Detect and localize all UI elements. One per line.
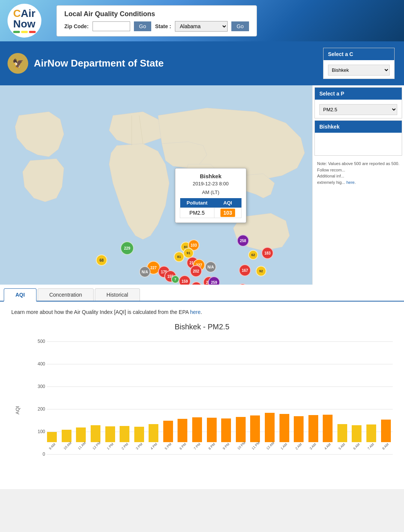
aqi-bubble-b25[interactable]: 158 — [237, 283, 248, 285]
aqi-bubble-b31[interactable]: 183 — [261, 247, 273, 259]
epa-note-text: Learn more about how the Air Quality Ind… — [11, 309, 188, 315]
header: CAirNow Local Air Quality Conditions Zip… — [0, 0, 404, 41]
banner-seal: 🦅 — [8, 53, 28, 74]
bar-rect-16 — [279, 414, 289, 442]
tab-aqi[interactable]: AQI — [4, 288, 36, 302]
bar-rect-10 — [192, 417, 202, 442]
y-tick-300: 300 — [32, 384, 45, 389]
bar-item-17 — [292, 339, 306, 442]
airnow-logo: CAirNow — [8, 4, 41, 38]
sidebar: Select a P PM2.5 PM10 Ozone Bishkek Note… — [312, 85, 404, 285]
main-content: 22968227N/A1751557811038191215227202N/A1… — [0, 85, 404, 285]
pollutant-select[interactable]: PM2.5 PM10 Ozone — [319, 104, 397, 115]
aqi-bubble-b32[interactable]: 258 — [237, 235, 249, 247]
state-select[interactable]: Alabama — [175, 21, 228, 32]
local-aq-row: Zip Code: Go State : Alabama Go — [64, 21, 249, 32]
aqi-bubble-b17[interactable]: 170 — [191, 282, 202, 285]
popup-row-pollutant: PM2.5 — [180, 208, 214, 218]
aqi-bubble-b21[interactable]: 259 — [208, 276, 220, 285]
epa-note: Learn more about how the Air Quality Ind… — [11, 309, 393, 315]
select-pollutant-header: Select a P — [315, 88, 402, 100]
bar-rect-17 — [294, 416, 304, 442]
bar-item-16 — [277, 339, 291, 442]
banner: 🦅 AirNow Department of State Select a C … — [0, 41, 404, 85]
bar-item-18 — [306, 339, 320, 442]
tabs-row: AQI Concentration Historical — [0, 285, 404, 302]
bar-item-4 — [103, 339, 117, 442]
logo-text: CAirNow — [13, 8, 36, 29]
local-aq-box: Local Air Quality Conditions Zip Code: G… — [56, 5, 257, 36]
sidebar-note: Note: Values above 500 are reported as 5… — [313, 158, 404, 188]
aqi-bubble-b4[interactable]: N/A — [139, 266, 150, 277]
bar-rect-12 — [221, 418, 231, 442]
popup-pollutant-header: Pollutant — [180, 198, 214, 208]
bar-item-2 — [74, 339, 88, 442]
bar-rect-7 — [149, 424, 158, 442]
bubbles-container: 22968227N/A1751557811038191215227202N/A1… — [0, 85, 312, 285]
x-labels-row: 9 AM10 AM11 AM12 PM1 PM2 PM3 PM4 PM5 PM6… — [45, 447, 393, 452]
bar-item-7 — [147, 339, 161, 442]
bar-item-22 — [365, 339, 378, 442]
city-select[interactable]: Bishkek Almaty — [328, 65, 390, 76]
bar-rect-14 — [250, 415, 260, 442]
map-container: 22968227N/A1751557811038191215227202N/A1… — [0, 85, 312, 285]
aqi-bubble-b14[interactable]: 202 — [190, 265, 202, 277]
epa-link[interactable]: here — [190, 309, 200, 315]
banner-title: AirNow Department of State — [34, 58, 164, 69]
tab-historical[interactable]: Historical — [95, 288, 140, 301]
popup-datetime: 2019-12-23 8:00 — [180, 181, 241, 186]
bar-rect-18 — [308, 415, 318, 442]
aqi-bubble-b2[interactable]: 68 — [96, 255, 107, 266]
aqi-bubble-b16[interactable]: 159 — [179, 275, 191, 285]
bar-item-20 — [336, 339, 349, 442]
tab-concentration[interactable]: Concentration — [38, 288, 94, 301]
bar-rect-15 — [265, 413, 275, 442]
bar-rect-5 — [120, 426, 129, 442]
popup-table: Pollutant AQI PM2.5 103 — [180, 198, 241, 218]
bar-item-3 — [89, 339, 103, 442]
y-tick-0: 0 — [32, 452, 45, 457]
aqi-bubble-b27[interactable]: 167 — [239, 264, 251, 276]
bars-row — [45, 339, 393, 442]
zip-input[interactable] — [93, 21, 130, 31]
y-tick-500: 500 — [32, 339, 45, 344]
bar-item-12 — [219, 339, 233, 442]
bar-item-10 — [190, 339, 204, 442]
sidebar-link[interactable]: here — [346, 180, 355, 185]
popup-row-aqi: 103 — [214, 208, 241, 218]
bar-rect-3 — [91, 425, 100, 442]
bar-item-13 — [234, 339, 248, 442]
grid-line-0 — [47, 454, 393, 455]
bar-item-11 — [205, 339, 219, 442]
logo-bars — [13, 31, 36, 33]
y-axis-label: AQI — [15, 406, 20, 414]
aqi-bubble-b29[interactable]: 92 — [256, 266, 266, 276]
bar-yellow — [21, 31, 28, 33]
popup-city: Bishkek — [180, 173, 241, 179]
y-tick-100: 100 — [32, 429, 45, 434]
map-popup: Bishkek 2019-12-23 8:00 AM (LT) Pollutan… — [175, 168, 246, 223]
location-section: Bishkek — [314, 120, 402, 156]
go2-button[interactable]: Go — [231, 21, 249, 31]
select-city-content: Bishkek Almaty — [324, 60, 394, 79]
select-pollutant-section: Select a P PM2.5 PM10 Ozone — [314, 87, 402, 118]
aqi-bubble-b15[interactable]: N/A — [205, 261, 216, 273]
bar-red — [29, 31, 36, 33]
bar-rect-23 — [381, 420, 391, 442]
go-button[interactable]: Go — [134, 21, 152, 31]
location-header: Bishkek — [315, 121, 402, 133]
popup-ampm: AM (LT) — [180, 189, 241, 195]
bar-item-1 — [60, 339, 74, 442]
bar-rect-13 — [236, 417, 246, 442]
state-label: State : — [155, 23, 171, 29]
aqi-bubble-b10[interactable]: 81 — [174, 252, 184, 262]
select-city-section: Select a C Bishkek Almaty — [323, 48, 395, 79]
select-city-header: Select a C — [324, 48, 394, 60]
aqi-bubble-b7[interactable]: 7 — [171, 275, 179, 283]
logo-area: CAirNow — [8, 4, 41, 38]
aqi-bubble-b1[interactable]: 229 — [120, 241, 134, 255]
bar-rect-11 — [207, 418, 217, 442]
aqi-bubble-b30[interactable]: 62 — [248, 250, 258, 260]
bar-rect-19 — [323, 415, 333, 442]
popup-aqi-value: 103 — [220, 209, 235, 217]
